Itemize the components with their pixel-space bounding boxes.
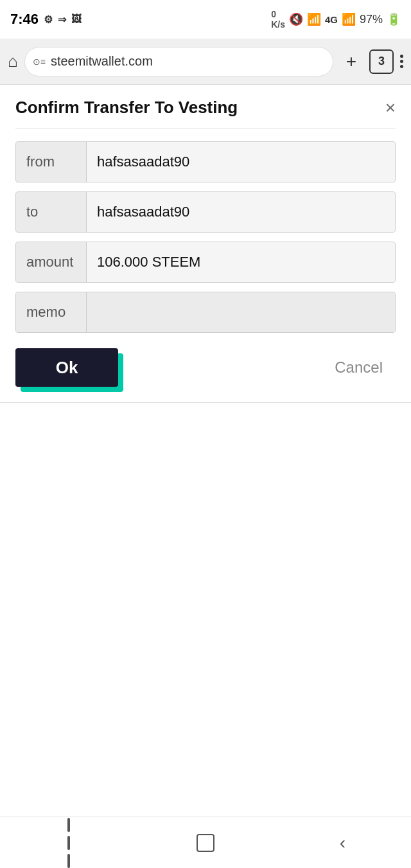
menu-dot-3 (400, 65, 403, 68)
close-button[interactable]: × (385, 99, 396, 117)
to-row: to hafsasaadat90 (15, 191, 396, 233)
status-bar: 7:46 ⚙ ⇒ 🖼 0K/s 🔇 📶 4G 📶 97% 🔋 (0, 0, 411, 39)
data-speed: 0K/s (271, 9, 285, 30)
back-icon: ‹ (340, 833, 345, 853)
memo-value (87, 292, 395, 332)
status-time: 7:46 (10, 11, 39, 28)
from-label: from (16, 142, 87, 182)
battery-icon: 🔋 (387, 12, 401, 26)
cast-icon: ⇒ (58, 13, 66, 26)
tabs-button[interactable]: 3 (369, 49, 394, 74)
from-row: from hafsasaadat90 (15, 141, 396, 182)
from-value: hafsasaadat90 (87, 142, 395, 182)
dialog-divider (15, 128, 396, 128)
memo-row: memo (15, 292, 396, 333)
home-icon[interactable]: ⌂ (8, 51, 18, 71)
url-bar[interactable]: ⊙≡ steemitwallet.com (24, 47, 333, 76)
amount-label: amount (16, 242, 87, 282)
browser-bar: ⌂ ⊙≡ steemitwallet.com + 3 (0, 39, 411, 85)
recent-apps-icon (67, 818, 70, 868)
dialog-buttons: Ok Cancel (15, 348, 396, 387)
bottom-nav: ‹ (0, 817, 411, 868)
to-value: hafsasaadat90 (87, 192, 395, 232)
to-label: to (16, 192, 87, 232)
nav-home-button[interactable] (180, 827, 231, 859)
amount-row: amount 106.000 STEEM (15, 242, 396, 283)
4g-icon: 4G (325, 14, 338, 25)
mute-icon: 🔇 (289, 12, 303, 26)
image-icon: 🖼 (71, 13, 82, 25)
settings-icon: ⚙ (44, 13, 53, 26)
dialog-title: Confirm Transfer To Vesting (15, 98, 238, 118)
home-nav-icon (197, 834, 214, 852)
url-text: steemitwallet.com (51, 54, 153, 69)
menu-dot-1 (400, 55, 403, 58)
status-left: 7:46 ⚙ ⇒ 🖼 (10, 11, 82, 28)
amount-value: 106.000 STEEM (87, 242, 395, 282)
dialog-header: Confirm Transfer To Vesting × (15, 98, 396, 118)
nav-back-button[interactable]: ‹ (317, 827, 368, 859)
browser-menu-button[interactable] (400, 55, 403, 68)
new-tab-button[interactable]: + (340, 51, 363, 72)
battery-level: 97% (360, 13, 383, 26)
signal2-icon: 📶 (342, 12, 356, 26)
url-security-icon: ⊙≡ (33, 57, 46, 67)
tabs-count: 3 (378, 55, 385, 68)
cancel-button[interactable]: Cancel (322, 352, 396, 383)
ok-button-wrapper: Ok (15, 348, 118, 387)
status-right: 0K/s 🔇 📶 4G 📶 97% 🔋 (271, 9, 401, 30)
ok-button[interactable]: Ok (15, 348, 118, 387)
signal-icon: 📶 (307, 12, 321, 26)
dialog: Confirm Transfer To Vesting × from hafsa… (0, 85, 411, 403)
memo-label: memo (16, 292, 87, 332)
nav-recent-button[interactable] (43, 827, 94, 859)
menu-dot-2 (400, 60, 403, 63)
